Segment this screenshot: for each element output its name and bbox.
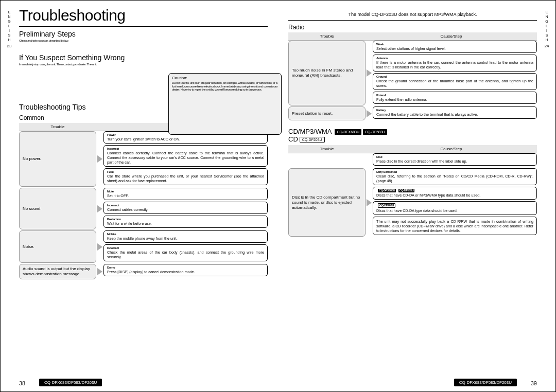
svg-marker-0	[97, 155, 102, 163]
table-row: No power.PowerTurn your car's ignition s…	[19, 131, 268, 187]
top-note: The model CQ-DF203U does not support MP3…	[288, 12, 537, 17]
svg-marker-1	[97, 205, 102, 212]
trouble-cell: Preset station is reset.	[288, 106, 366, 120]
trouble-cell: Too much noise in FM stereo and monaural…	[288, 41, 366, 105]
lang-tab-left: ENGLISH 23	[6, 10, 13, 48]
prelim-body: Check and take steps as described below.	[19, 39, 122, 46]
caution-box: Caution: Do not use the unit in an irreg…	[168, 73, 282, 135]
tbl-header-radio: Trouble Cause/Step	[288, 32, 537, 41]
step-box: CQ-DF203UDiscs that have CD-DA type data…	[373, 201, 537, 215]
step-box: BatteryConnect the battery cable to the …	[373, 106, 537, 119]
page-number-left: 38	[19, 380, 25, 386]
trouble-cell: Audio sound is output but the display sh…	[19, 264, 96, 279]
step-box: FuseCall the store where you purchased t…	[103, 168, 268, 185]
sec-radio: Radio	[288, 24, 537, 31]
page-number-right: 39	[531, 380, 537, 386]
arrow-icon	[96, 188, 103, 229]
svg-marker-5	[367, 110, 372, 117]
step-box: MuteSet it to OFF.	[103, 188, 268, 200]
arrow-icon	[96, 230, 103, 263]
step-box: IncorrectConnect cables correctly. Conne…	[103, 145, 268, 167]
step-box: CQ-DFX683U CQ-DF583UDiscs that have CD-D…	[373, 187, 537, 200]
step-box: DemoPress [DISP] (display) to cancel dem…	[103, 264, 268, 276]
step-box: IncorrectConnect cables correctly.	[103, 202, 268, 214]
step-box: DiscPlace disc in the correct direction …	[373, 153, 537, 166]
step-box: AntennaIf there is a motor antenna in th…	[373, 55, 537, 72]
tbl-header-cd: Trouble Cause/Step	[288, 145, 537, 153]
step-box: WeakSelect other stations of higher sign…	[373, 41, 537, 53]
step-box: MobileKeep the mobile phone away from th…	[103, 230, 268, 243]
suspect-body: Immediately stop using the unit. Then co…	[19, 63, 132, 94]
svg-marker-7	[367, 199, 372, 206]
svg-marker-4	[367, 69, 372, 77]
table-row: No sound.MuteSet it to OFF.IncorrectConn…	[19, 188, 268, 229]
trouble-cell: Disc is in the CD compartment but no sou…	[288, 168, 366, 237]
step-box: ProtectionWait for a while before use.	[103, 216, 268, 228]
arrow-icon	[366, 106, 373, 120]
step-box: Dirty ScratchedClean disc, referring to …	[373, 168, 537, 185]
step-box: GroundCheck the ground connection of the…	[373, 73, 537, 90]
footer-models-left: CQ-DFX683/DF583/DF203U	[39, 379, 102, 386]
table-row: Too much noise in FM stereo and monaural…	[288, 41, 537, 105]
trouble-cell: No power.	[19, 131, 96, 187]
table-row: DiscPlace disc in the correct direction …	[288, 153, 537, 167]
svg-marker-3	[97, 268, 102, 275]
svg-marker-2	[97, 243, 102, 251]
trouble-cell: Noise.	[19, 230, 96, 263]
page-title: Troubleshooting	[19, 7, 268, 24]
lang-tab-right: ENGLISH 24	[543, 10, 550, 48]
footer-models-right: CQ-DFX683/DF583/DF203U	[454, 379, 517, 386]
sec-cd: CD/MP3/WMA CQ-DFX683UCQ-DF583U CDCQ-DF20…	[288, 128, 537, 143]
step-box: The unit may not successfully play back …	[373, 217, 537, 235]
table-row: Audio sound is output but the display sh…	[19, 264, 268, 279]
step-box: IncorrectCheck the metal areas of the ca…	[103, 244, 268, 261]
table-row: Disc is in the CD compartment but no sou…	[288, 168, 537, 237]
arrow-icon	[366, 168, 373, 237]
table-row: Preset station is reset.BatteryConnect t…	[288, 106, 537, 120]
sec-suspect: If You Suspect Something Wrong	[19, 54, 268, 62]
arrow-icon	[96, 131, 103, 187]
trouble-cell: No sound.	[19, 188, 96, 229]
arrow-icon	[366, 41, 373, 105]
table-row: Noise.MobileKeep the mobile phone away f…	[19, 230, 268, 263]
arrow-icon	[96, 264, 103, 279]
sec-preliminary: Preliminary Steps	[19, 30, 268, 38]
step-box: ExtendFully extend the radio antenna.	[373, 92, 537, 104]
